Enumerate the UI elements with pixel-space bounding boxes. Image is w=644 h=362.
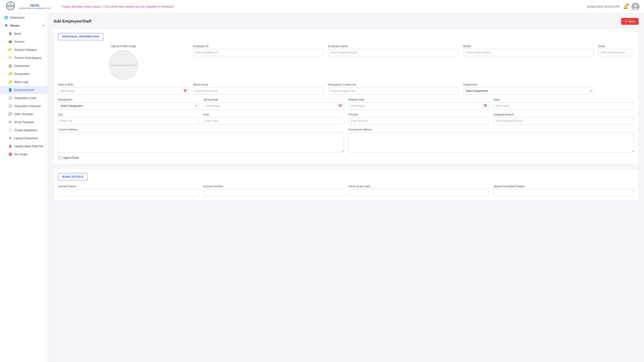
page-header: Add Employee/Staff ↩ Back	[54, 18, 639, 25]
notification-dot	[627, 3, 628, 5]
update-bank-paid-icon: 🏦	[8, 144, 12, 148]
sidebar-item-create-datasheet[interactable]: 📄 Create Datasheet	[0, 126, 48, 134]
mobile-input[interactable]	[463, 49, 594, 56]
notification-icon[interactable]: 🔔	[623, 4, 628, 9]
disposition-subcode-icon: 📋	[8, 104, 12, 108]
sidebar-item-set-target[interactable]: 🎯 Set Target	[0, 150, 48, 158]
current-address-group: Current Address	[58, 128, 344, 152]
permanent-address-group: Permanent Address	[348, 128, 634, 152]
sidebar-item-label-bank-login: Bank Login	[14, 80, 29, 84]
disposition-code-icon: 📋	[8, 96, 12, 100]
sidebar-item-product-category[interactable]: 📂 Product Category	[0, 45, 48, 54]
account-number-group: Account Number	[203, 185, 344, 196]
blood-group-group: Blood Group	[193, 83, 324, 94]
sidebar-item-master[interactable]: ⚙ Master ▾	[0, 21, 48, 29]
city-input[interactable]	[58, 117, 199, 124]
logo-area: YDCPL YDCPL Yashiyoti Debt Consultancy P…	[4, 1, 51, 12]
svg-text:YDCPL: YDCPL	[6, 5, 15, 7]
back-icon: ↩	[625, 20, 627, 23]
area-input[interactable]	[203, 117, 344, 124]
sidebar-item-email-template[interactable]: ✉ Email Template	[0, 118, 48, 126]
permanent-address-input[interactable]	[348, 132, 634, 152]
employee-id-label: Employee ID	[193, 45, 324, 48]
set-target-icon: 🎯	[8, 152, 12, 156]
avatar[interactable]	[632, 3, 640, 11]
create-datasheet-icon: 📄	[8, 128, 12, 132]
bank-details-form: Account Name Account Number Name as per …	[58, 185, 634, 196]
personal-info-tab: PERSONAL INFORMATION	[58, 33, 103, 40]
sidebar-item-employee-staff[interactable]: 👤 Employee/Staff	[0, 86, 48, 94]
department-icon: 🏢	[8, 64, 12, 67]
logo-subtext: Yashiyoti Debt Consultancy Pvt. Ltd.	[18, 7, 51, 9]
joining-date-group: Joining Date 📅	[203, 98, 344, 109]
state-input[interactable]	[493, 102, 634, 109]
sidebar-item-product[interactable]: 📦 Product	[0, 37, 48, 45]
sidebar-item-update-bank-paid[interactable]: 🏦 Update Bank Paid File	[0, 142, 48, 150]
mobile-label: Mobile	[463, 45, 594, 48]
release-date-input[interactable]	[348, 102, 489, 109]
upload-profile-circle[interactable]: Drag & Drop your files	[109, 50, 138, 79]
calendar-icon-dob[interactable]: 📅	[183, 89, 187, 93]
assigned-branch-label: Assigned Branch	[493, 113, 634, 116]
sidebar-item-label-employee-staff: Employee/Staff	[14, 88, 34, 92]
upload-drag-text: Drag & Drop your files	[111, 64, 136, 66]
account-number-label: Account Number	[203, 185, 344, 188]
back-button[interactable]: ↩ Back	[621, 18, 639, 25]
sidebar-item-label-sms-template: SMS Template	[14, 112, 33, 116]
account-name-input[interactable]	[58, 189, 199, 196]
pincode-group: Pincode	[348, 113, 489, 124]
sidebar-item-label-upload-datasheet: Upload Datasheet	[14, 137, 38, 140]
sidebar-item-label-email-template: Email Template	[14, 120, 34, 124]
employee-id-group: Employee ID	[193, 45, 324, 56]
dob-group: Date of Birth 📅	[58, 83, 189, 94]
email-label: Email	[598, 45, 634, 48]
upload-profile-label: Upload Profile Image	[111, 45, 136, 48]
employee-id-input[interactable]	[193, 49, 324, 56]
emergency-contact-input[interactable]	[328, 87, 459, 94]
svg-marker-3	[10, 2, 12, 4]
form-row-3: Designation Select Designation Manager E…	[58, 98, 634, 109]
sidebar-item-bank-login[interactable]: 🔑 Bank Login	[0, 78, 48, 86]
sidebar-item-designation[interactable]: 🔑 Designation	[0, 70, 48, 78]
department-select[interactable]: Select Department HR Finance IT Operatio…	[463, 87, 594, 94]
current-address-input[interactable]	[58, 132, 344, 152]
upload-cancelled-cheque-group: Upload Cancelled Cheque	[493, 185, 634, 196]
datetime-display: 26 April 2024, 09:24:41 PM	[587, 5, 620, 8]
sidebar-item-disposition-code[interactable]: 📋 Disposition Code	[0, 94, 48, 102]
blood-group-input[interactable]	[193, 87, 324, 94]
upload-cancelled-cheque-input[interactable]	[493, 189, 634, 196]
calendar-icon-joining[interactable]: 📅	[338, 104, 342, 108]
sidebar-item-disposition-subcode[interactable]: 📋 Disposition Subcode	[0, 102, 48, 110]
sidebar-item-department[interactable]: 🏢 Department	[0, 62, 48, 70]
employee-name-input[interactable]	[328, 49, 459, 56]
calendar-icon-release[interactable]: 📅	[484, 104, 487, 108]
pincode-input[interactable]	[348, 117, 489, 124]
avatar-image	[632, 3, 640, 11]
email-input[interactable]	[598, 49, 634, 56]
name-as-per-bank-input[interactable]	[348, 189, 489, 196]
employee-name-label: Employee Name	[328, 45, 459, 48]
pincode-label: Pincode	[348, 113, 489, 116]
joining-date-label: Joining Date	[203, 98, 344, 101]
dob-label: Date of Birth	[58, 83, 189, 86]
email-group: Email	[598, 45, 634, 56]
joining-date-input[interactable]	[203, 102, 344, 109]
logo-name: YDCPL	[30, 4, 40, 7]
blood-group-label: Blood Group	[193, 83, 324, 86]
dob-input[interactable]	[58, 87, 189, 94]
assigned-branch-input[interactable]	[493, 117, 634, 124]
sidebar-item-label-disposition-code: Disposition Code	[14, 96, 36, 100]
sidebar-item-upload-datasheet[interactable]: ⬆ Upload Datasheet	[0, 134, 48, 142]
sidebar-item-product-subcategory[interactable]: 📁 Product Subcategory	[0, 54, 48, 62]
state-group: State	[493, 98, 634, 109]
employee-name-group: Employee Name	[328, 45, 459, 56]
agent-panel-checkbox[interactable]	[58, 156, 61, 159]
sidebar-item-bank[interactable]: 🏦 Bank	[0, 29, 48, 37]
designation-select[interactable]: Select Designation Manager Executive Ana…	[58, 102, 199, 109]
account-number-input[interactable]	[203, 189, 344, 196]
state-label: State	[493, 98, 634, 101]
sidebar-item-sms-template[interactable]: 💬 SMS Template	[0, 110, 48, 118]
sidebar-item-dashboard[interactable]: 🌐 Dashboard	[0, 13, 48, 21]
agent-panel-label[interactable]: Agent Panel	[63, 156, 79, 159]
city-group: City	[58, 113, 199, 124]
